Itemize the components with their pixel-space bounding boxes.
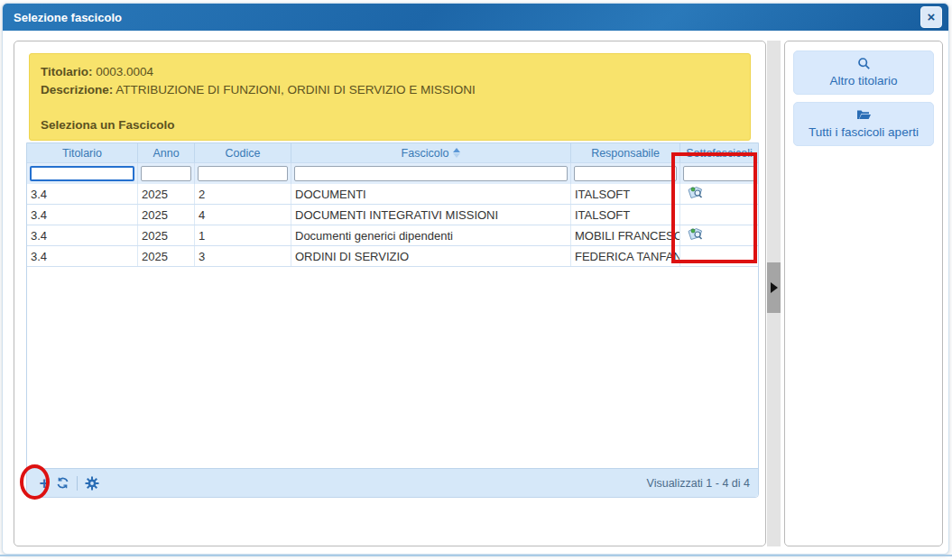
- cell-anno: 2025: [138, 225, 195, 245]
- cell-titolario: 3.4: [27, 205, 138, 225]
- table-row[interactable]: 3.4 2025 2 DOCUMENTI ITALSOFT: [27, 184, 758, 205]
- filter-fascicolo-input[interactable]: [294, 166, 568, 181]
- cell-titolario: 3.4: [27, 184, 138, 204]
- splitter-collapse-handle[interactable]: [767, 262, 781, 313]
- tutti-fascicoli-aperti-label: Tutti i fascicoli aperti: [809, 125, 919, 139]
- chevron-right-icon: [771, 282, 778, 293]
- dialog-titlebar: Selezione fascicolo ×: [3, 4, 948, 31]
- cell-fascicolo: DOCUMENTI INTEGRATIVI MISSIONI: [291, 205, 571, 225]
- refresh-icon[interactable]: [53, 474, 71, 492]
- side-panel: Altro titolario Tutti i fascicoli aperti: [784, 41, 943, 546]
- close-icon[interactable]: ×: [920, 6, 942, 28]
- screen: Selezione fascicolo × Titolario: 0003.00…: [0, 0, 952, 560]
- col-header-sottofascicoli[interactable]: Sottofascicoli: [680, 143, 758, 162]
- filter-responsabile-input[interactable]: [574, 166, 677, 181]
- cell-responsabile: MOBILI FRANCESCA: [571, 225, 680, 245]
- sottofascicoli-folder-search-icon[interactable]: [688, 186, 703, 202]
- col-header-responsabile[interactable]: Responsabile: [571, 143, 680, 162]
- col-header-titolario[interactable]: Titolario: [27, 143, 138, 162]
- tutti-fascicoli-aperti-button[interactable]: Tutti i fascicoli aperti: [793, 102, 934, 146]
- col-header-codice[interactable]: Codice: [195, 143, 291, 162]
- cell-codice: 1: [195, 225, 291, 245]
- altro-titolario-label: Altro titolario: [829, 74, 897, 87]
- filter-sottofascicoli-input[interactable]: [683, 166, 755, 181]
- selezione-fascicolo-dialog: Selezione fascicolo × Titolario: 0003.00…: [2, 3, 949, 555]
- cell-titolario: 3.4: [27, 246, 138, 266]
- titolario-line: Titolario: 0003.0004: [41, 63, 739, 81]
- cell-anno: 2025: [138, 205, 195, 225]
- filter-codice-input[interactable]: [198, 166, 288, 181]
- table-row[interactable]: 3.4 2025 3 ORDINI DI SERVIZIO FEDERICA T…: [27, 246, 758, 267]
- titolario-info-box: Titolario: 0003.0004 Descrizione: ATTRIB…: [29, 53, 751, 141]
- col-header-fascicolo[interactable]: Fascicolo: [291, 143, 571, 162]
- titolario-label: Titolario:: [41, 65, 93, 78]
- cell-anno: 2025: [138, 246, 195, 266]
- cell-responsabile: ITALSOFT: [571, 184, 680, 204]
- search-icon: [798, 57, 929, 72]
- cell-titolario: 3.4: [27, 225, 138, 245]
- sottofascicoli-folder-search-icon[interactable]: [688, 227, 703, 243]
- cell-fascicolo: ORDINI DI SERVIZIO: [291, 246, 571, 266]
- filter-titolario-input[interactable]: [30, 166, 134, 181]
- main-panel: Titolario: 0003.0004 Descrizione: ATTRIB…: [14, 41, 766, 546]
- grid-toolbar: +: [27, 468, 758, 497]
- toolbar-separator: [77, 476, 78, 491]
- descrizione-line: Descrizione: ATTRIBUZIONE DI FUNZIONI, O…: [41, 81, 739, 99]
- table-row[interactable]: 3.4 2025 1 Documenti generici dipendenti…: [27, 225, 758, 246]
- cell-codice: 2: [195, 184, 291, 204]
- titolario-value: 0003.0004: [96, 65, 153, 78]
- grid-empty-area: [27, 267, 758, 468]
- cell-anno: 2025: [138, 184, 195, 204]
- cell-responsabile: FEDERICA TANFANI: [571, 246, 680, 266]
- cell-responsabile: ITALSOFT: [571, 205, 680, 225]
- descrizione-label: Descrizione:: [41, 83, 113, 96]
- grid-filter-row: [27, 162, 758, 184]
- panel-splitter[interactable]: [767, 41, 781, 546]
- fascicoli-grid: Titolario Anno Codice Fascicolo Responsa…: [26, 142, 759, 498]
- dialog-title: Selezione fascicolo: [3, 11, 122, 24]
- add-fascicolo-icon[interactable]: +: [35, 474, 53, 492]
- page-bottom-divider: [0, 555, 952, 556]
- gear-icon[interactable]: [83, 474, 101, 492]
- col-header-anno[interactable]: Anno: [138, 143, 195, 162]
- sort-icon: [453, 148, 460, 158]
- pager-status: Visualizzati 1 - 4 di 4: [647, 477, 750, 490]
- cell-codice: 4: [195, 205, 291, 225]
- seleziona-prompt: Seleziona un Fascicolo: [41, 116, 739, 134]
- cell-fascicolo: DOCUMENTI: [291, 184, 571, 204]
- altro-titolario-button[interactable]: Altro titolario: [793, 50, 934, 95]
- grid-header-row: Titolario Anno Codice Fascicolo Responsa…: [27, 143, 758, 162]
- table-row[interactable]: 3.4 2025 4 DOCUMENTI INTEGRATIVI MISSION…: [27, 205, 758, 225]
- cell-fascicolo: Documenti generici dipendenti: [291, 225, 571, 245]
- filter-anno-input[interactable]: [141, 166, 191, 181]
- descrizione-value: ATTRIBUZIONE DI FUNZIONI, ORDINI DI SERV…: [116, 83, 476, 96]
- cell-codice: 3: [195, 246, 291, 266]
- open-folder-icon: [798, 108, 929, 124]
